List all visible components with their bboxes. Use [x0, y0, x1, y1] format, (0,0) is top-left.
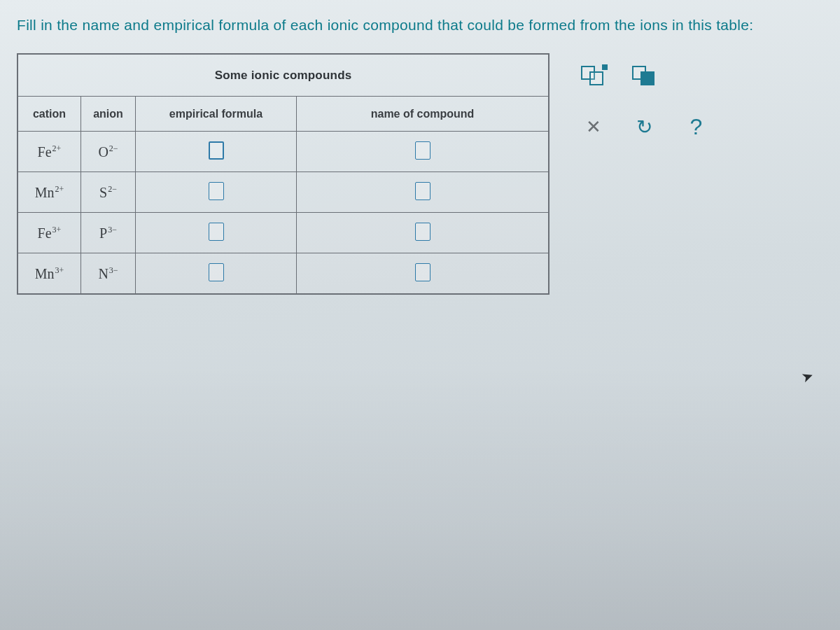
name-input[interactable]: [415, 141, 430, 160]
instruction-text: Fill in the name and empirical formula o…: [17, 17, 826, 34]
reset-button[interactable]: ↻: [629, 111, 661, 143]
cation-cell: Fe3+: [38, 225, 62, 241]
cation-cell: Mn3+: [35, 265, 64, 282]
header-formula: empirical formula: [136, 97, 297, 132]
decorative-gradient: [0, 364, 840, 630]
header-name: name of compound: [297, 97, 549, 132]
help-icon: ?: [690, 114, 702, 140]
anion-cell: N3−: [98, 265, 118, 282]
table-title: Some ionic compounds: [18, 55, 549, 97]
window-popout-button[interactable]: [629, 60, 661, 92]
table-row: Fe2+ O2−: [18, 132, 549, 172]
anion-cell: S2−: [99, 184, 117, 201]
close-icon: ✕: [586, 116, 601, 138]
name-input[interactable]: [415, 223, 430, 241]
anion-cell: P3−: [99, 225, 117, 241]
cation-cell: Fe2+: [38, 144, 62, 160]
window-overlap-button[interactable]: [578, 60, 610, 92]
table-row: Mn3+ N3−: [18, 253, 549, 294]
header-anion: anion: [81, 97, 136, 132]
header-cation: cation: [18, 97, 81, 132]
formula-input[interactable]: [209, 263, 224, 281]
name-input[interactable]: [415, 182, 430, 200]
name-input[interactable]: [415, 263, 430, 281]
overlap-icon: [581, 66, 606, 87]
anion-cell: O2−: [98, 144, 118, 160]
cursor-icon: ➤: [799, 367, 816, 386]
cation-cell: Mn2+: [35, 184, 64, 201]
table-row: Fe3+ P3−: [18, 213, 549, 253]
table-row: Mn2+ S2−: [18, 172, 549, 213]
clear-button[interactable]: ✕: [578, 111, 610, 143]
formula-input[interactable]: [209, 182, 224, 200]
formula-input[interactable]: [209, 141, 224, 160]
ionic-compounds-table: Some ionic compounds cation anion empiri…: [17, 53, 550, 295]
refresh-icon: ↻: [636, 115, 652, 139]
help-button[interactable]: ?: [680, 111, 712, 143]
toolbox-panel: ✕ ↻ ?: [568, 53, 722, 143]
formula-input[interactable]: [209, 223, 224, 241]
popout-icon: [632, 66, 657, 87]
